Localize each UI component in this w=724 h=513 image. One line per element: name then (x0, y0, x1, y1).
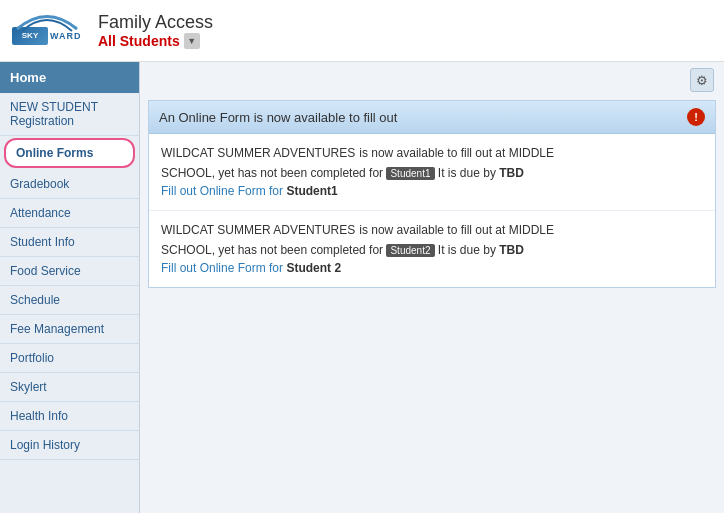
notif-form-name-1: WILDCAT SUMMER ADVENTURES (161, 144, 355, 162)
sidebar-item-health-info[interactable]: Health Info (0, 402, 139, 431)
notif-link-2[interactable]: Fill out Online Form for Student 2 (161, 261, 341, 275)
notification-item-2: WILDCAT SUMMER ADVENTURES is now availab… (149, 211, 715, 287)
all-students-dropdown[interactable]: ▼ (184, 33, 200, 49)
notification-header: An Online Form is now available to fill … (149, 101, 715, 134)
sidebar-item-attendance[interactable]: Attendance (0, 199, 139, 228)
logo-area: SKY WARD (12, 9, 82, 53)
notif-line2-2: SCHOOL, yet has not been completed for S… (161, 241, 703, 259)
notification-panel: An Online Form is now available to fill … (148, 100, 716, 288)
notif-student-badge-1: Student1 (386, 167, 434, 180)
notif-link-line-1: Fill out Online Form for Student1 (161, 182, 703, 200)
notif-line2-1: SCHOOL, yet has not been completed for S… (161, 164, 703, 182)
sidebar-item-online-forms[interactable]: Online Forms (4, 138, 135, 168)
header-text: Family Access All Students ▼ (98, 12, 213, 49)
header: SKY WARD Family Access All Students ▼ (0, 0, 724, 62)
notif-link-student-1: Student1 (286, 184, 337, 198)
notif-available-text-2: is now available to fill out at MIDDLE (359, 221, 554, 239)
sidebar-home[interactable]: Home (0, 62, 139, 93)
subtitle-text: All Students (98, 33, 180, 49)
notif-line1-2: WILDCAT SUMMER ADVENTURES is now availab… (161, 221, 703, 239)
notif-due-date-2: TBD (499, 243, 524, 257)
sidebar-item-fee-management[interactable]: Fee Management (0, 315, 139, 344)
header-subtitle: All Students ▼ (98, 33, 213, 49)
sidebar-item-schedule[interactable]: Schedule (0, 286, 139, 315)
gear-button[interactable]: ⚙ (690, 68, 714, 92)
notif-link-student-2: Student 2 (286, 261, 341, 275)
notif-line1-1: WILDCAT SUMMER ADVENTURES is now availab… (161, 144, 703, 162)
notif-link-line-2: Fill out Online Form for Student 2 (161, 259, 703, 277)
main-layout: Home NEW STUDENTRegistration Online Form… (0, 62, 724, 513)
alert-icon: ! (687, 108, 705, 126)
sidebar-item-student-info[interactable]: Student Info (0, 228, 139, 257)
notif-available-text-1: is now available to fill out at MIDDLE (359, 144, 554, 162)
notification-header-text: An Online Form is now available to fill … (159, 110, 397, 125)
sidebar-item-portfolio[interactable]: Portfolio (0, 344, 139, 373)
notif-student-badge-2: Student2 (386, 244, 434, 257)
sidebar-item-gradebook[interactable]: Gradebook (0, 170, 139, 199)
notif-due-date-1: TBD (499, 166, 524, 180)
content-area: ⚙ An Online Form is now available to fil… (140, 62, 724, 513)
app-title: Family Access (98, 12, 213, 33)
notif-link-1[interactable]: Fill out Online Form for Student1 (161, 184, 338, 198)
sidebar: Home NEW STUDENTRegistration Online Form… (0, 62, 140, 513)
sidebar-item-skylert[interactable]: Skylert (0, 373, 139, 402)
notification-item-1: WILDCAT SUMMER ADVENTURES is now availab… (149, 134, 715, 211)
sidebar-item-new-student[interactable]: NEW STUDENTRegistration (0, 93, 139, 136)
sidebar-item-login-history[interactable]: Login History (0, 431, 139, 460)
notif-form-name-2: WILDCAT SUMMER ADVENTURES (161, 221, 355, 239)
sidebar-item-food-service[interactable]: Food Service (0, 257, 139, 286)
skyward-logo: SKY WARD (12, 9, 82, 53)
